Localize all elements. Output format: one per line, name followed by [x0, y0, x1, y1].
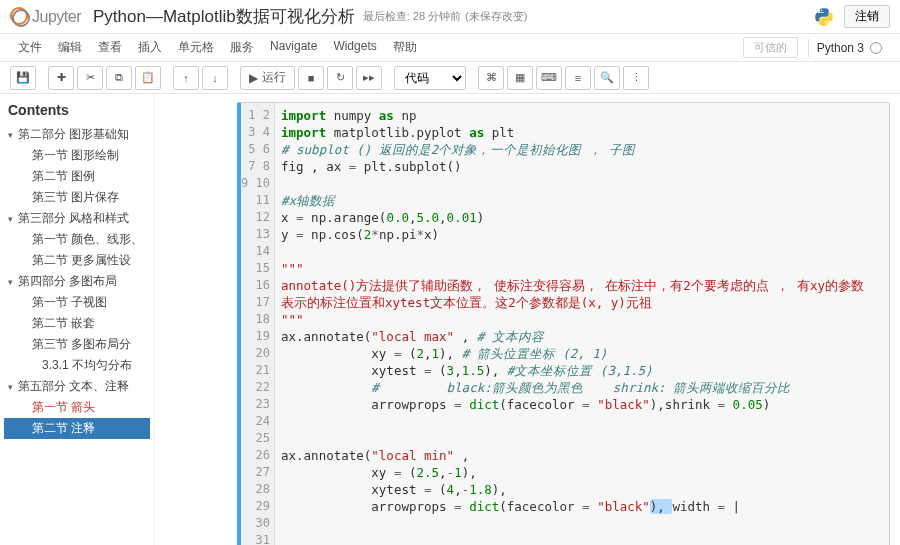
toc-item[interactable]: 第一节 子视图: [4, 292, 150, 313]
menu-文件[interactable]: 文件: [10, 36, 50, 59]
toc-title: Contents: [4, 102, 150, 118]
toc-item[interactable]: 第三节 图片保存: [4, 187, 150, 208]
autosave-status: (未保存改变): [465, 9, 527, 24]
toc-item[interactable]: ▾第三部分 风格和样式: [4, 208, 150, 229]
cell-type-select[interactable]: 代码: [394, 66, 466, 90]
search-button[interactable]: 🔍: [594, 66, 620, 90]
menu-查看[interactable]: 查看: [90, 36, 130, 59]
code-editor[interactable]: 1 2 3 4 5 6 7 8 9 10 11 12 13 14 15 16 1…: [237, 102, 890, 545]
move-down-button[interactable]: ↓: [202, 66, 228, 90]
toc-sidebar: Contents ▾第二部分 图形基础知第一节 图形绘制第二节 图例第三节 图片…: [0, 94, 155, 545]
toc-item[interactable]: 第一节 箭头: [4, 397, 150, 418]
menubar: 文件编辑查看插入单元格服务NavigateWidgets帮助 可信的 Pytho…: [0, 34, 900, 62]
toc-button[interactable]: ▦: [507, 66, 533, 90]
save-button[interactable]: 💾: [10, 66, 36, 90]
toc-item[interactable]: ▾第四部分 多图布局: [4, 271, 150, 292]
menu-widgets[interactable]: Widgets: [325, 36, 384, 59]
checkpoint-status: 最后检查: 28 分钟前: [363, 9, 461, 24]
move-up-button[interactable]: ↑: [173, 66, 199, 90]
notebook-area[interactable]: In [ ]: 1 2 3 4 5 6 7 8 9 10 11 12 13 14…: [155, 94, 900, 545]
jupyter-logo[interactable]: Jupyter: [10, 7, 81, 27]
menu-服务[interactable]: 服务: [222, 36, 262, 59]
menu-帮助[interactable]: 帮助: [385, 36, 425, 59]
logo-text: Jupyter: [32, 8, 81, 26]
code-content[interactable]: import numpy as np import matplotlib.pyp…: [275, 103, 889, 545]
jupyter-logo-icon: [10, 7, 30, 27]
toc-item[interactable]: 3.3.1 不均匀分布: [4, 355, 150, 376]
kernel-status-icon: [870, 42, 882, 54]
kernel-name: Python 3: [817, 41, 864, 55]
menu-navigate[interactable]: Navigate: [262, 36, 325, 59]
python-icon: [814, 7, 834, 27]
restart-button[interactable]: ↻: [327, 66, 353, 90]
main-area: Contents ▾第二部分 图形基础知第一节 图形绘制第二节 图例第三节 图片…: [0, 94, 900, 545]
code-cell[interactable]: In [ ]: 1 2 3 4 5 6 7 8 9 10 11 12 13 14…: [165, 102, 890, 545]
restart-run-all-button[interactable]: ▸▸: [356, 66, 382, 90]
toc-item[interactable]: 第一节 颜色、线形、: [4, 229, 150, 250]
toc-item[interactable]: ▾第二部分 图形基础知: [4, 124, 150, 145]
more-button[interactable]: ⋮: [623, 66, 649, 90]
variables-button[interactable]: ≡: [565, 66, 591, 90]
copy-button[interactable]: ⧉: [106, 66, 132, 90]
insert-cell-button[interactable]: ✚: [48, 66, 74, 90]
toolbar: 💾 ✚ ✂ ⧉ 📋 ↑ ↓ ▶ 运行 ■ ↻ ▸▸ 代码 ⌘ ▦ ⌨ ≡ 🔍 ⋮: [0, 62, 900, 94]
command-palette-button[interactable]: ⌘: [478, 66, 504, 90]
notebook-title[interactable]: Python—Matplotlib数据可视化分析: [93, 5, 355, 28]
kernel-indicator[interactable]: Python 3: [808, 39, 890, 57]
line-gutter: 1 2 3 4 5 6 7 8 9 10 11 12 13 14 15 16 1…: [241, 103, 275, 545]
toc-item[interactable]: 第三节 多图布局分: [4, 334, 150, 355]
toc-item[interactable]: 第二节 更多属性设: [4, 250, 150, 271]
menu-插入[interactable]: 插入: [130, 36, 170, 59]
menu-单元格[interactable]: 单元格: [170, 36, 222, 59]
header: Jupyter Python—Matplotlib数据可视化分析 最后检查: 2…: [0, 0, 900, 34]
trusted-indicator[interactable]: 可信的: [743, 37, 798, 58]
toc-item[interactable]: 第二节 注释: [4, 418, 150, 439]
paste-button[interactable]: 📋: [135, 66, 161, 90]
logout-button[interactable]: 注销: [844, 5, 890, 28]
keyboard-button[interactable]: ⌨: [536, 66, 562, 90]
run-button[interactable]: ▶ 运行: [240, 66, 295, 90]
interrupt-button[interactable]: ■: [298, 66, 324, 90]
toc-item[interactable]: 第一节 图形绘制: [4, 145, 150, 166]
toc-item[interactable]: ▾第五部分 文本、注释: [4, 376, 150, 397]
toc-item[interactable]: 第二节 图例: [4, 166, 150, 187]
cut-button[interactable]: ✂: [77, 66, 103, 90]
toc-item[interactable]: 第二节 嵌套: [4, 313, 150, 334]
menu-编辑[interactable]: 编辑: [50, 36, 90, 59]
